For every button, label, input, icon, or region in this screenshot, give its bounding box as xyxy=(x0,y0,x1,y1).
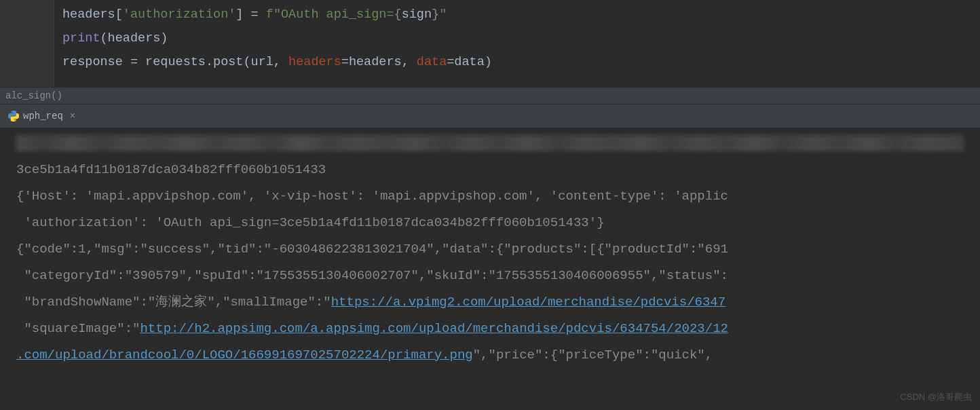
code-brace: } xyxy=(432,7,439,22)
code-token: =headers xyxy=(341,55,402,69)
console-line: "categoryId":"390579","spuId":"175535513… xyxy=(16,268,728,283)
code-var: sign xyxy=(402,7,432,22)
code-brace: { xyxy=(394,7,402,22)
code-token: (headers) xyxy=(100,31,168,45)
code-builtin: print xyxy=(62,31,100,45)
console-line: 3ce5b1a4fd11b0187dca034b82fff060b1051433 xyxy=(16,162,326,177)
console-line: {'Host': 'mapi.appvipshop.com', 'x-vip-h… xyxy=(16,189,728,204)
python-icon xyxy=(8,111,19,122)
tab-wph-req[interactable]: wph_req × xyxy=(3,108,81,124)
code-kwarg: data xyxy=(417,55,447,69)
console-content: 3ce5b1a4fd11b0187dca034b82fff060b1051433… xyxy=(3,157,977,369)
code-token: , xyxy=(274,55,288,69)
code-kwarg: headers xyxy=(288,55,341,69)
code-token: ] = xyxy=(235,7,265,22)
run-tab-bar: wph_req × xyxy=(0,104,980,128)
console-url-link[interactable]: https://a.vpimg2.com/upload/merchandise/… xyxy=(331,295,726,310)
console-url-link[interactable]: http://h2.appsimg.com/a.appsimg.com/uplo… xyxy=(140,321,728,336)
code-fstring: " xyxy=(439,7,447,22)
editor-gutter xyxy=(0,0,54,87)
breadcrumb[interactable]: alc_sign() xyxy=(0,87,980,104)
watermark: CSDN @洛哥爬虫 xyxy=(900,391,972,403)
console-line: 'authorization': 'OAuth api_sign=3ce5b1a… xyxy=(16,215,605,230)
code-token: =data) xyxy=(447,55,492,69)
close-icon[interactable]: × xyxy=(70,111,75,122)
code-fstring: f"OAuth api_sign= xyxy=(266,7,394,22)
code-token: headers[ xyxy=(62,7,123,22)
console-line: ","price":{"priceType":"quick", xyxy=(473,348,713,362)
code-string: 'authorization' xyxy=(123,7,236,22)
console-url-link[interactable]: .com/upload/brandcool/0/LOGO/16699169702… xyxy=(16,348,473,362)
code-token: , xyxy=(402,55,417,69)
console-line: "squareImage":" xyxy=(16,321,140,336)
redacted-line xyxy=(16,135,964,151)
console-line: "brandShowName":"海澜之家","smallImage":" xyxy=(16,295,331,310)
tab-label: wph_req xyxy=(23,111,63,122)
code-editor[interactable]: headers['authorization'] = f"OAuth api_s… xyxy=(0,0,980,87)
console-output[interactable]: 3ce5b1a4fd11b0187dca034b82fff060b1051433… xyxy=(0,128,980,373)
code-content[interactable]: headers['authorization'] = f"OAuth api_s… xyxy=(54,0,980,87)
code-token: response = requests.post(url xyxy=(62,55,274,69)
console-line: {"code":1,"msg":"success","tid":"-603048… xyxy=(16,242,728,257)
